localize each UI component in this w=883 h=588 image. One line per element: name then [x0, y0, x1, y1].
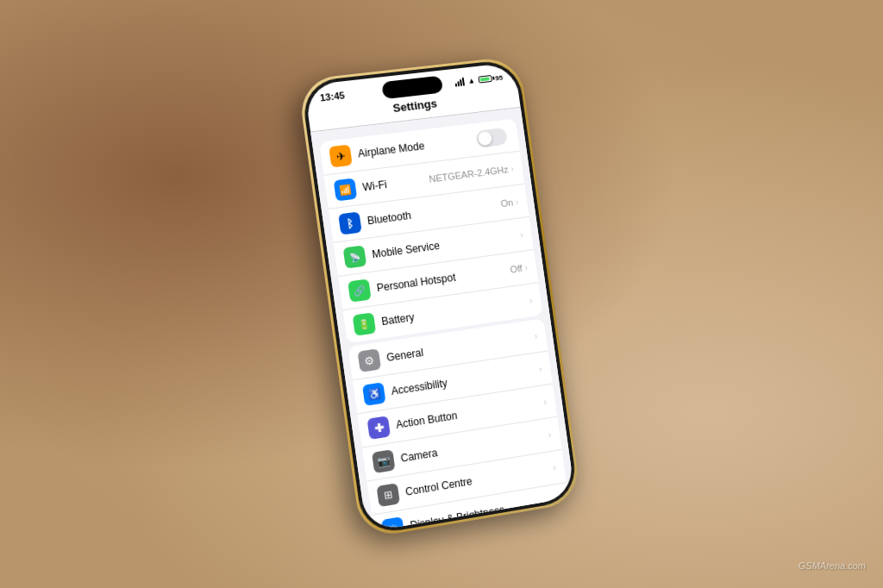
control-centre-chevron: › — [552, 462, 556, 472]
wifi-value: NETGEAR-2.4GHz — [429, 164, 510, 184]
camera-chevron: › — [548, 429, 552, 440]
bluetooth-value: On — [500, 197, 514, 210]
action-button-chevron: › — [543, 397, 548, 407]
settings-group-connectivity: ✈ Airplane Mode 📶 Wi-Fi NETGEAR-2.4GHz › — [319, 118, 543, 343]
personal-hotspot-value: Off — [510, 263, 523, 275]
watermark: GSMArena.com — [798, 560, 866, 571]
wifi-icon: 📶 — [334, 178, 358, 201]
control-centre-icon: ⊞ — [377, 483, 400, 507]
accessibility-icon: ♿ — [362, 382, 385, 406]
battery-text: 95 — [495, 73, 504, 82]
bluetooth-icon: ᛒ — [338, 211, 362, 235]
action-button-icon: ✚ — [367, 416, 391, 440]
display-brightness-icon: ☀ — [381, 516, 404, 532]
battery-indicator: 95 — [478, 73, 503, 84]
nav-title: Settings — [392, 97, 438, 115]
general-chevron: › — [534, 330, 538, 341]
personal-hotspot-chevron: › — [524, 262, 529, 272]
mobile-service-chevron: › — [519, 229, 523, 240]
battery-chevron: › — [529, 295, 533, 305]
wifi-status-icon: ▲ — [467, 76, 476, 85]
battery-icon: 🔋 — [353, 312, 377, 335]
personal-hotspot-icon: 🔗 — [348, 278, 372, 302]
battery-body — [478, 75, 492, 84]
wifi-chevron: › — [510, 164, 515, 174]
airplane-mode-icon: ✈ — [329, 144, 353, 167]
display-brightness-chevron: › — [557, 495, 561, 505]
settings-group-system: ⚙ General › ♿ Accessibility › ✚ Action B… — [348, 318, 575, 532]
status-icons: ▲ 95 — [454, 73, 504, 87]
wifi-label: Wi-Fi — [362, 173, 430, 194]
accessibility-chevron: › — [538, 364, 542, 374]
signal-bar-4 — [462, 78, 465, 86]
airplane-mode-label: Airplane Mode — [357, 134, 478, 160]
general-icon: ⚙ — [358, 348, 382, 372]
bluetooth-chevron: › — [515, 197, 519, 207]
toggle-knob — [478, 131, 493, 147]
status-time: 13:45 — [319, 90, 345, 103]
airplane-mode-toggle[interactable] — [475, 128, 508, 148]
camera-icon: 📷 — [372, 449, 395, 473]
battery-fill — [480, 77, 490, 81]
mobile-service-icon: 📡 — [343, 245, 367, 268]
signal-bars — [454, 78, 465, 87]
